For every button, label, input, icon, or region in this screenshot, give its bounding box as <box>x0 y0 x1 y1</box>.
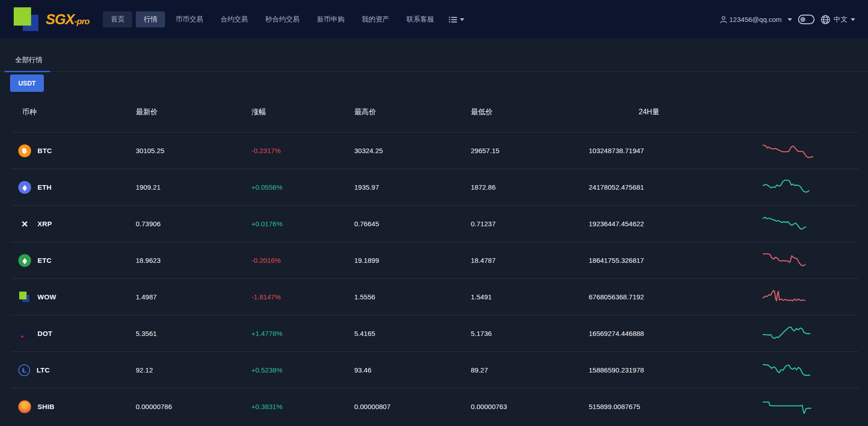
xrp-coin-icon: × <box>18 218 31 230</box>
content-area: 全部行情 USDT 币种 最新价 涨幅 最高价 最低价 24H量 ฿ BTC 3… <box>0 39 868 425</box>
low-price: 5.1736 <box>466 330 585 337</box>
latest-price: 1.4987 <box>128 293 247 301</box>
table-row-eth[interactable]: ◆ ETH 1909.21 +0.0556% 1935.97 1872.86 2… <box>11 169 859 205</box>
sparkline <box>763 327 809 338</box>
table-row-ltc[interactable]: Ł LTC 92.12 +0.5238% 93.46 89.27 1588659… <box>11 351 859 388</box>
volume-24h: 6768056368.7192 <box>585 293 713 301</box>
nav-item-second-contract[interactable]: 秒合约交易 <box>257 11 307 27</box>
volume-24h: 515899.0087675 <box>585 403 713 410</box>
volume-24h: 24178052.475681 <box>585 183 713 191</box>
high-price: 93.46 <box>350 366 466 374</box>
table-row-xrp[interactable]: × XRP 0.73906 +0.0176% 0.76645 0.71237 1… <box>11 205 859 242</box>
nav-item-contract-trade[interactable]: 合约交易 <box>213 11 256 27</box>
language-selector[interactable]: 中文 <box>820 15 855 25</box>
sparkline-svg <box>761 250 819 271</box>
high-price: 0.76645 <box>350 220 466 228</box>
coin-cell: × XRP <box>11 218 128 230</box>
change-percent: +0.5238% <box>247 366 350 374</box>
header-volume: 24H量 <box>585 107 713 117</box>
market-tabbar: 全部行情 <box>0 39 868 72</box>
top-navbar: SGX-pro 首页 行情 币币交易 合约交易 秒合约交易 新币申购 我的资产 … <box>0 0 868 39</box>
table-row-etc[interactable]: ◆ ETC 18.9623 -0.2016% 19.1899 18.4787 1… <box>11 242 859 278</box>
table-row-wow[interactable]: WOW 1.4987 -1.8147% 1.5556 1.5491 676805… <box>11 278 859 315</box>
theme-toggle[interactable] <box>798 15 815 24</box>
sparkline-svg <box>761 140 819 161</box>
coin-cell: WOW <box>11 291 128 304</box>
sparkline-chart <box>713 213 859 234</box>
logo-green-square <box>14 7 31 26</box>
nav-item-support[interactable]: 联系客服 <box>399 11 442 27</box>
brand-name: SGX-pro <box>46 11 89 28</box>
volume-24h: 103248738.71947 <box>585 147 713 154</box>
latest-price: 5.3561 <box>128 330 247 337</box>
latest-price: 0.73906 <box>128 220 247 228</box>
change-percent: +0.0176% <box>247 220 350 228</box>
coin-cell: ◆ ETC <box>11 254 128 267</box>
more-menu-button[interactable] <box>449 16 464 23</box>
nav-item-assets[interactable]: 我的资产 <box>354 11 397 27</box>
header-change: 涨幅 <box>247 107 350 117</box>
sparkline-chart <box>713 323 859 344</box>
nav-item-home[interactable]: 首页 <box>103 11 132 27</box>
volume-24h: 16569274.446888 <box>585 330 713 337</box>
coin-symbol: SHIB <box>37 403 54 410</box>
sparkline <box>763 290 805 301</box>
low-price: 0.71237 <box>466 220 585 228</box>
change-percent: -1.8147% <box>247 293 350 301</box>
sparkline-svg <box>761 177 819 198</box>
shib-coin-icon <box>18 400 31 413</box>
tab-all-markets[interactable]: 全部行情 <box>15 56 43 64</box>
header-coin: 币种 <box>11 107 128 117</box>
header-low: 最低价 <box>466 107 585 117</box>
sparkline <box>763 145 813 157</box>
change-percent: +0.0556% <box>247 183 350 191</box>
sparkline-svg <box>761 287 819 308</box>
etc-coin-icon: ◆ <box>18 254 31 267</box>
change-percent: +0.3831% <box>247 403 350 410</box>
volume-24h: 15886590.231978 <box>585 366 713 374</box>
coin-symbol: DOT <box>37 330 53 337</box>
sparkline <box>763 217 805 229</box>
sparkline-chart <box>713 360 859 381</box>
language-label: 中文 <box>834 15 847 24</box>
nav-item-new-coin[interactable]: 新币申购 <box>309 11 352 27</box>
low-price: 1872.86 <box>466 183 585 191</box>
active-tab-indicator <box>5 71 50 72</box>
table-row-btc[interactable]: ฿ BTC 30105.25 -0.2317% 30324.25 29657.1… <box>11 132 859 169</box>
high-price: 1935.97 <box>350 183 466 191</box>
sparkline <box>763 254 805 266</box>
person-icon <box>719 16 728 24</box>
change-percent: +1.4778% <box>247 330 350 337</box>
brand-logo[interactable]: SGX-pro <box>13 6 89 33</box>
globe-icon <box>820 15 831 25</box>
navbar-right: 123456@qq.com 中文 <box>719 15 855 25</box>
table-row-shib[interactable]: SHIB 0.00000786 +0.3831% 0.00000807 0.00… <box>11 388 859 425</box>
coin-symbol: BTC <box>37 147 52 154</box>
change-percent: -0.2016% <box>247 256 350 264</box>
low-price: 29657.15 <box>466 147 585 154</box>
coin-symbol: WOW <box>37 293 56 301</box>
latest-price: 30105.25 <box>128 147 247 154</box>
low-price: 89.27 <box>466 366 585 374</box>
high-price: 30324.25 <box>350 147 466 154</box>
account-menu[interactable]: 123456@qq.com <box>719 16 782 24</box>
quote-filter-row: USDT <box>0 72 868 92</box>
usdt-filter-button[interactable]: USDT <box>10 75 44 92</box>
coin-symbol: ETH <box>37 183 52 191</box>
user-email: 123456@qq.com <box>730 16 782 23</box>
nav-item-spot-trade[interactable]: 币币交易 <box>168 11 211 27</box>
dot-coin-icon <box>18 327 31 340</box>
header-high: 最高价 <box>350 107 466 117</box>
latest-price: 92.12 <box>128 366 247 374</box>
coin-symbol: XRP <box>37 220 52 228</box>
sparkline-chart <box>713 177 859 198</box>
coin-cell: SHIB <box>11 400 128 413</box>
sparkline-chart <box>713 250 859 271</box>
sparkline-chart <box>713 287 859 308</box>
market-table: 币种 最新价 涨幅 最高价 最低价 24H量 ฿ BTC 30105.25 -0… <box>0 92 868 425</box>
low-price: 1.5491 <box>466 293 585 301</box>
table-header-row: 币种 最新价 涨幅 最高价 最低价 24H量 <box>11 92 859 132</box>
table-row-dot[interactable]: DOT 5.3561 +1.4778% 5.4165 5.1736 165692… <box>11 315 859 351</box>
account-caret-icon[interactable] <box>788 18 792 21</box>
nav-item-markets[interactable]: 行情 <box>136 11 165 27</box>
